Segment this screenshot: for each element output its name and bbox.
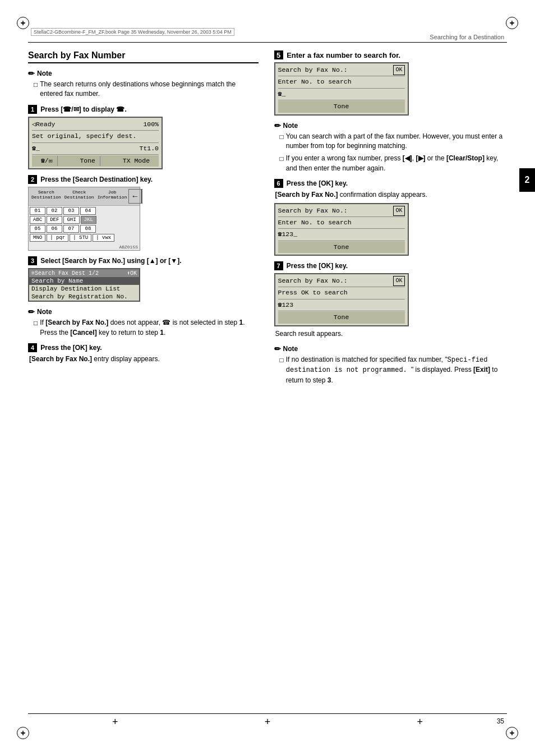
lcd7-r4: Tone <box>278 312 405 323</box>
step-4-num: 4 <box>28 343 37 352</box>
note-2: ✏ Note □ If [Search by Fax No.] does not… <box>28 307 259 338</box>
step-4: 4 Press the [OK] key. [Search by Fax No.… <box>28 343 259 364</box>
lcd5-r2: Enter No. to search <box>278 77 405 87</box>
note-4: ✏ Note □ If no destination is matched fo… <box>274 344 505 385</box>
step-6-lcd: Search by Fax No.: OK Enter No. to searc… <box>274 203 409 256</box>
step-6-header: 6 Press the [OK] key. <box>274 179 505 188</box>
page-header: Searching for a Destination <box>430 34 504 40</box>
key-vwx: | vwx <box>93 234 114 242</box>
menu-item-1: Display Destination List <box>29 285 139 293</box>
keypad-label: ABZ015S <box>29 244 140 250</box>
lcd1-r4-c3: TX Mode <box>118 156 150 166</box>
step-1-lcd: ◁Ready 100% Set original, specify dest. … <box>28 117 163 170</box>
menu-item-2: Search by Registration No. <box>29 293 139 301</box>
corner-mark-bl: + <box>17 727 29 739</box>
note-icon-4: ✏ <box>274 344 281 353</box>
keypad-job-info: JobInformation <box>96 189 129 204</box>
key-stu: | STU <box>70 234 91 242</box>
step-1-num: 1 <box>28 105 37 114</box>
lcd6-r3: ☎123_ <box>278 229 405 239</box>
keypad-search-dest: SearchDestination <box>30 189 63 204</box>
lcd5-r1-left: Search by Fax No.: <box>278 65 348 75</box>
top-rule <box>28 42 507 43</box>
keypad-number-area: 01 02 03 04 ABC DEF GHI JKL 05 <box>29 206 140 244</box>
key-02: 02 <box>47 207 62 215</box>
step-3: 3 Select [Search by Fax No.] using [▲] o… <box>28 256 259 302</box>
main-content: Search by Fax Number ✏ Note □ The search… <box>28 50 504 706</box>
step-2-keypad: SearchDestination CheckDestination JobIn… <box>28 187 140 251</box>
lcd5-r4: Tone <box>278 101 405 112</box>
note-3: ✏ Note □ You can search with a part of t… <box>274 121 505 174</box>
step-3-menu: ≡Search Fax Dest 1/2 ⬆OK Search by Name … <box>28 268 140 302</box>
step-5-header: 5 Enter a fax number to search for. <box>274 50 505 59</box>
note-2-title: ✏ Note <box>28 307 259 316</box>
lcd6-r2: Enter No. to search <box>278 218 405 228</box>
key-05: 05 <box>30 225 45 233</box>
step-1-header: 1 Press [☎/✉] to display ☎. <box>28 105 259 114</box>
key-06: 06 <box>47 225 62 233</box>
lcd1-r1-left: ◁Ready <box>32 119 55 130</box>
key-04: 04 <box>80 207 96 215</box>
bottom-mark-left: + <box>112 716 118 728</box>
corner-mark-tr: + <box>506 17 518 29</box>
note-3-text: □ You can search with a part of the fax … <box>274 132 505 174</box>
file-info: StellaC2-GBcombine-F_FM_ZF.book Page 35 … <box>31 28 234 36</box>
lcd5-r1-ok: OK <box>393 65 404 75</box>
step-3-num: 3 <box>28 256 37 265</box>
lcd6-r4: Tone <box>278 242 405 253</box>
note-1-text: □ The search returns only destinations w… <box>28 80 259 99</box>
left-column: Search by Fax Number ✏ Note □ The search… <box>28 50 259 391</box>
key-07: 07 <box>63 225 79 233</box>
step-3-header: 3 Select [Search by Fax No.] using [▲] o… <box>28 256 259 265</box>
step-4-header: 4 Press the [OK] key. <box>28 343 259 352</box>
lcd7-r1-left: Search by Fax No.: <box>278 276 348 286</box>
step-7-lcd: Search by Fax No.: OK Press OK to search… <box>274 273 409 326</box>
note-1: ✏ Note □ The search returns only destina… <box>28 69 259 99</box>
step-5-num: 5 <box>274 50 283 59</box>
bottom-mark-center: + <box>265 716 271 728</box>
note-2-text: □ If [Search by Fax No.] does not appear… <box>28 318 259 338</box>
note-3-title: ✏ Note <box>274 121 505 130</box>
key-01: 01 <box>30 207 45 215</box>
step-6: 6 Press the [OK] key. [Search by Fax No.… <box>274 179 505 256</box>
step-7: 7 Press the [OK] key. Search by Fax No.:… <box>274 261 505 339</box>
keypad-check-dest: CheckDestination <box>63 189 96 204</box>
lcd6-r1-left: Search by Fax No.: <box>278 206 348 216</box>
key-jkl: JKL <box>81 216 96 224</box>
key-mno: MNO <box>30 234 45 242</box>
key-def: DEF <box>47 216 62 224</box>
chapter-tab: 2 <box>519 168 535 192</box>
lcd1-r3-right: Tt1.0 <box>139 144 159 154</box>
step-5: 5 Enter a fax number to search for. Sear… <box>274 50 505 116</box>
corner-mark-tl: + <box>17 17 29 29</box>
lcd6-r1-ok: OK <box>393 206 404 216</box>
lcd1-r1-right: 100% <box>143 119 159 130</box>
step-1: 1 Press [☎/✉] to display ☎. ◁Ready 100% … <box>28 105 259 170</box>
step-6-num: 6 <box>274 179 283 188</box>
lcd1-r2: Set original, specify dest. <box>32 131 159 141</box>
lcd7-r1-ok: OK <box>393 276 404 286</box>
step-6-body: [Search by Fax No.] confirmation display… <box>274 190 505 200</box>
note-4-text: □ If no destination is matched for speci… <box>274 355 505 385</box>
step-7-num: 7 <box>274 261 283 270</box>
note-icon-3: ✏ <box>274 121 281 130</box>
step-2-header: 2 Press the [Search Destination] key. <box>28 175 259 184</box>
key-08: 08 <box>80 225 96 233</box>
step-2-num: 2 <box>28 175 37 184</box>
step-7-body: Search result appears. <box>274 329 505 339</box>
lcd1-r4-c2: Tone <box>75 156 100 166</box>
section-title: Search by Fax Number <box>28 50 259 63</box>
right-column: 5 Enter a fax number to search for. Sear… <box>274 50 505 391</box>
note-1-title: ✏ Note <box>28 69 259 78</box>
lcd1-r4-c1: ☎/✉ <box>41 156 58 166</box>
key-03: 03 <box>63 207 79 215</box>
step-5-lcd: Search by Fax No.: OK Enter No. to searc… <box>274 62 409 116</box>
bottom-rule <box>28 713 507 714</box>
key-abc: ABC <box>30 216 45 224</box>
key-pqr: | pqr <box>47 234 68 242</box>
lcd7-r3: ☎123 <box>278 300 405 310</box>
key-ghi: GHI <box>63 216 79 224</box>
note-icon-2: ✏ <box>28 307 35 316</box>
lcd7-r2: Press OK to search <box>278 288 405 298</box>
note-4-title: ✏ Note <box>274 344 505 353</box>
